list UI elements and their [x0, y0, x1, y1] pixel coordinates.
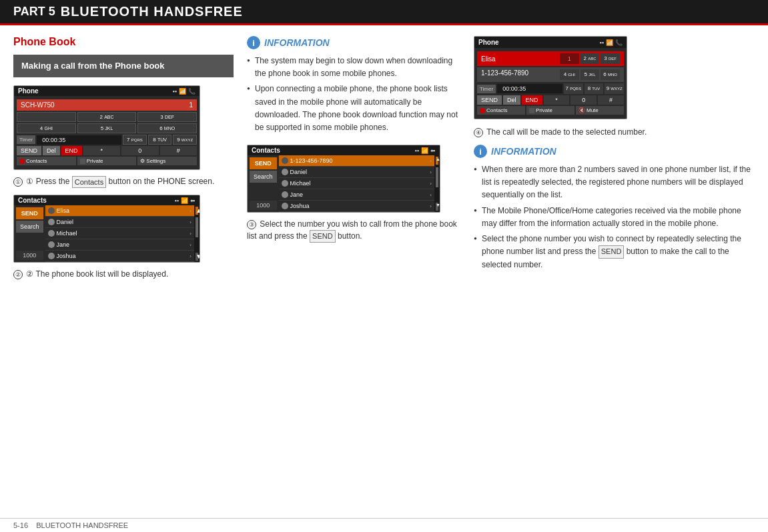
del-btn-right[interactable]: Del	[503, 95, 520, 105]
page-header: PART 5 BLUETOOTH HANDSFREE	[0, 0, 768, 23]
del-btn-1[interactable]: Del	[43, 146, 60, 155]
private-icon-1	[80, 159, 85, 164]
page-footer: 5-16 BLUETOOTH HANDSFREE	[0, 518, 768, 532]
contact-joshua[interactable]: Joshua ›	[45, 251, 194, 262]
action-row-right: SEND Del END * 0 #	[477, 95, 624, 105]
contact-icon	[48, 219, 55, 225]
contact-michael[interactable]: Michael ›	[45, 228, 194, 239]
phone-number-value: 1-123-456-7890	[481, 69, 528, 80]
key-7pqrs: 7 PQRS	[123, 135, 147, 145]
info-section-1: i INFORMATION The system may begin to sl…	[247, 36, 460, 134]
info-item-2-1: When there are more than 2 numbers saved…	[474, 163, 755, 202]
zero-btn-1[interactable]: 0	[121, 146, 158, 155]
info-item-2-2: The Mobile Phone/Office/Home categories …	[474, 205, 755, 230]
footer-section: BLUETOOTH HANDSFREE	[36, 521, 128, 529]
info-item-2-3: Select the phone number you wish to conn…	[474, 233, 755, 271]
bottom-row-right: Contacts Private 🔇 Mute	[477, 106, 624, 115]
mute-btn-right[interactable]: 🔇 Mute	[576, 106, 624, 115]
contacts-list-2: 1-123-456-7890 › Daniel › Michael ›	[279, 155, 434, 212]
contact-michael-2[interactable]: Michael ›	[279, 178, 434, 189]
bottom-row-1: Contacts Private ⚙ Settings	[17, 157, 197, 165]
contact-number[interactable]: 1-123-456-7890 ›	[279, 155, 434, 167]
contacts-search-btn-1[interactable]: Search	[16, 221, 43, 233]
info-header-1: i INFORMATION	[247, 36, 460, 49]
phone-label-1: Phone	[18, 87, 39, 95]
content-area: Phone Book Making a call from the Phone …	[0, 25, 768, 511]
send-btn-1[interactable]: SEND	[17, 146, 41, 155]
phone-right-label: Phone	[478, 39, 499, 46]
contact-jane-2[interactable]: Jane ›	[279, 189, 434, 201]
contact-icon	[282, 157, 288, 164]
contacts-scrollbar-2[interactable]: ▲ ▼	[434, 155, 440, 212]
key-9wxyz: 9 WXYZ	[173, 135, 197, 145]
contacts-icon-right	[480, 108, 485, 113]
step3-text: ③ Select the number you wish to call fro…	[247, 218, 460, 243]
private-btn-1[interactable]: Private	[77, 157, 137, 165]
contact-icon	[48, 207, 55, 214]
contacts-send-btn-1[interactable]: SEND	[16, 207, 43, 219]
star-btn-right[interactable]: *	[544, 95, 570, 105]
contacts-body-2: SEND Search 1000 1-123-456-7890 › Daniel…	[248, 155, 440, 212]
contact-daniel-2[interactable]: Daniel ›	[279, 167, 434, 178]
scroll-down-btn-2[interactable]: ▼	[436, 203, 438, 211]
contacts-btn-1[interactable]: Contacts	[17, 157, 76, 165]
contacts-search-btn-2[interactable]: Search	[250, 171, 277, 183]
contact-joshua-2[interactable]: Joshua ›	[279, 201, 434, 212]
settings-icon-1: ⚙	[140, 158, 145, 164]
contacts-scrollbar-1[interactable]: ▲ ▼	[194, 205, 200, 262]
device-name: SCH-W750	[21, 101, 55, 109]
end-btn-right[interactable]: END	[522, 95, 542, 105]
contacts-send-btn-2[interactable]: SEND	[250, 157, 277, 169]
part-title: BLUETOOTH HANDSFREE	[61, 4, 243, 19]
contacts-label-1: Contacts	[18, 197, 47, 204]
scroll-up-btn-2[interactable]: ▲	[436, 157, 438, 165]
info-icon-1: i	[247, 36, 260, 49]
contact-icon	[282, 169, 288, 175]
right-column: Phone ▪▪ 📶 📞 Elisa 1 2 ABC 3 DEF	[467, 36, 755, 504]
scroll-down-btn[interactable]: ▼	[196, 253, 198, 261]
contacts-screen-2: Contacts ▪▪ 📶 ⬅ SEND Search 1000 1-123-4…	[247, 145, 440, 213]
info-list-2: When there are more than 2 numbers saved…	[474, 163, 755, 271]
step2-text: ② ② The phone book list will be displaye…	[13, 268, 234, 280]
send-tag-info2: SEND	[599, 245, 625, 259]
contact-daniel[interactable]: Daniel ›	[45, 217, 194, 228]
contact-icon	[48, 241, 55, 248]
phone-screen-1: Phone ▪▪ 📶 📞 SCH-W750 1 2 ABC 3 DEF 4 GH…	[13, 85, 200, 170]
scroll-thumb-1	[196, 217, 198, 237]
mute-icon-right: 🔇	[579, 107, 585, 113]
hash-btn-right[interactable]: #	[598, 95, 624, 105]
contact-jane[interactable]: Jane ›	[45, 239, 194, 251]
phone-status-icons-1: ▪▪ 📶 📞	[173, 88, 196, 95]
info-icon-2: i	[474, 145, 487, 158]
key-empty	[17, 112, 76, 122]
step-box: Making a call from the Phone book	[13, 55, 234, 77]
left-column: Phone Book Making a call from the Phone …	[13, 36, 240, 504]
star-btn-1[interactable]: *	[83, 146, 120, 155]
phone-top-bar-1: Phone ▪▪ 📶 📞	[14, 86, 200, 96]
zero-btn-right[interactable]: 0	[570, 95, 597, 105]
scroll-up-btn[interactable]: ▲	[196, 207, 198, 215]
contacts-body-1: SEND Search 1000 Elisa › Daniel ›	[14, 205, 200, 262]
contact-icon	[282, 203, 288, 209]
settings-btn-1[interactable]: ⚙ Settings	[137, 157, 197, 165]
timer-value-right: 00:00:35	[497, 84, 562, 93]
key-4ghi: 4 GHI	[17, 123, 76, 133]
private-btn-right[interactable]: Private	[526, 106, 574, 115]
elisa-row: Elisa 1 2 ABC 3 DEF	[477, 51, 624, 66]
timer-label-1: Timer	[17, 135, 35, 144]
hash-btn-1[interactable]: #	[160, 146, 197, 155]
contacts-btn-right[interactable]: Contacts	[477, 106, 525, 115]
phone-screen-right: Phone ▪▪ 📶 📞 Elisa 1 2 ABC 3 DEF	[474, 36, 627, 119]
contacts-icon-1	[19, 159, 25, 164]
phone-number-display: 1-123-456-7890 4 GHI 5 JKL 6 MNO	[477, 67, 624, 82]
contact-elisa[interactable]: Elisa ›	[45, 205, 194, 217]
contacts-label-2: Contacts	[252, 147, 280, 154]
info-item-1-1: The system may begin to slow down when d…	[247, 55, 460, 80]
keypad-1: 2 ABC 3 DEF 4 GHI 5 JKL 6 MNO	[17, 112, 197, 133]
timer-value-1: 00:00:35	[37, 135, 121, 145]
end-btn-1[interactable]: END	[61, 146, 82, 155]
contacts-screen-1: Contacts ▪▪ 📶 ⬅ SEND Search 1000 Elisa	[13, 195, 200, 263]
timer-row-1: Timer 00:00:35 7 PQRS 8 TUV 9 WXYZ	[17, 135, 197, 145]
phone-body-1: SCH-W750 1 2 ABC 3 DEF 4 GHI 5 JKL 6 MNO…	[14, 96, 200, 169]
send-btn-right[interactable]: SEND	[477, 95, 502, 105]
